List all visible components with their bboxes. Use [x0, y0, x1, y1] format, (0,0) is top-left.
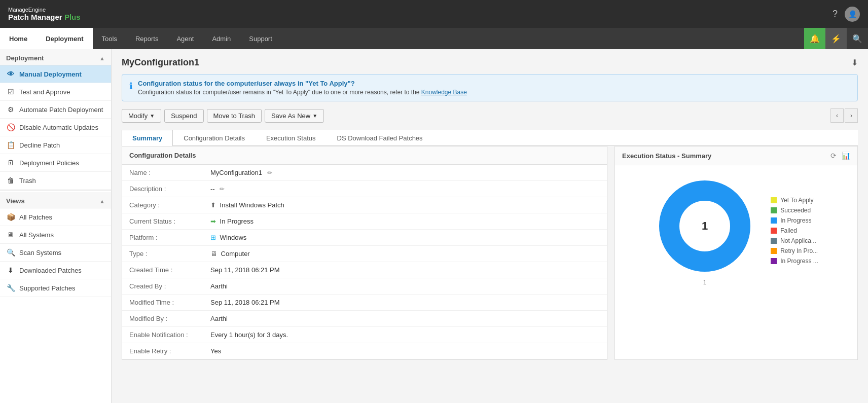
sidebar-item-trash[interactable]: 🗑 Trash	[0, 172, 111, 190]
page-header: MyConfiguration1 ⬇	[122, 57, 858, 68]
config-label-notification: Enable Notification :	[122, 327, 203, 343]
execution-panel-title: Execution Status - Summary	[622, 152, 711, 160]
sidebar-item-automate-patch[interactable]: ⚙ Automate Patch Deployment	[0, 101, 111, 119]
sidebar-item-manual-deployment[interactable]: 👁 Manual Deployment	[0, 65, 111, 83]
chevron-up-icon-views: ▲	[99, 198, 105, 204]
sidebar-label-automate-patch: Automate Patch Deployment	[19, 106, 103, 114]
sidebar-item-test-approve[interactable]: ☑ Test and Approve	[0, 83, 111, 101]
prev-button[interactable]: ‹	[830, 108, 844, 123]
help-icon[interactable]: ?	[833, 9, 838, 19]
next-button[interactable]: ›	[845, 108, 858, 123]
config-row-modified-time: Modified Time : Sep 11, 2018 06:21 PM	[122, 295, 607, 311]
sidebar-label-test-approve: Test and Approve	[19, 88, 70, 96]
config-row-created-time: Created Time : Sep 11, 2018 06:21 PM	[122, 262, 607, 278]
config-label-category: Category :	[122, 197, 203, 213]
trash-icon: 🗑	[6, 176, 15, 185]
legend-color-yet-to-apply	[771, 197, 777, 203]
deployment-section-header[interactable]: Deployment ▲	[0, 49, 111, 65]
legend-yet-to-apply: Yet To Apply	[771, 197, 818, 204]
download-page-icon[interactable]: ⬇	[851, 58, 858, 67]
status-arrow-icon: ➡	[210, 217, 216, 225]
sidebar-item-decline-patch[interactable]: 📋 Decline Patch	[0, 136, 111, 154]
install-icon: ⬆	[210, 201, 216, 209]
sidebar-label-supported-patches: Supported Patches	[19, 284, 76, 292]
all-patches-icon: 📦	[6, 213, 15, 221]
config-value-category: ⬆ Install Windows Patch	[203, 197, 607, 213]
execution-panel: Execution Status - Summary ⟳ 📊	[614, 146, 858, 360]
legend-label-yet-to-apply: Yet To Apply	[780, 197, 813, 204]
nav-admin[interactable]: Admin	[203, 28, 240, 49]
config-value-modified-time: Sep 11, 2018 06:21 PM	[203, 295, 607, 311]
legend-color-retry-in-progress	[771, 248, 777, 254]
config-table: Name : MyConfiguration1 ✏ Description : …	[122, 165, 607, 359]
legend-retry-in-progress: Retry In Pro...	[771, 247, 818, 254]
config-row-modified-by: Modified By : Aarthi	[122, 311, 607, 327]
tab-execution-status[interactable]: Execution Status	[256, 130, 327, 146]
move-to-trash-button[interactable]: Move to Trash	[207, 109, 262, 123]
refresh-icon[interactable]: ⟳	[830, 152, 837, 160]
chart-icon[interactable]: 📊	[842, 152, 850, 160]
config-value-description: -- ✏	[203, 181, 607, 197]
modify-caret: ▼	[150, 113, 155, 119]
edit-name-icon[interactable]: ✏	[267, 169, 272, 176]
sidebar-item-supported-patches[interactable]: 🔧 Supported Patches	[0, 279, 111, 297]
config-row-type: Type : 🖥 Computer	[122, 246, 607, 262]
legend-label-in-progress-2: In Progress ...	[780, 258, 818, 265]
donut-wrapper: 1 1	[654, 175, 755, 286]
legend-label-retry-in-progress: Retry In Pro...	[780, 247, 818, 254]
avatar[interactable]: 👤	[845, 7, 860, 22]
content-area: MyConfiguration1 ⬇ ℹ Configuration statu…	[112, 49, 868, 403]
config-label-platform: Platform :	[122, 230, 203, 246]
suspend-button[interactable]: Suspend	[164, 109, 203, 123]
decline-icon: 📋	[6, 141, 15, 149]
nav-home[interactable]: Home	[0, 28, 37, 49]
config-value-status: ➡ In Progress	[203, 213, 607, 230]
info-title: Configuration status for the computer/us…	[138, 80, 467, 87]
nav-agent[interactable]: Agent	[167, 28, 203, 49]
views-section-header[interactable]: Views ▲	[0, 192, 111, 208]
config-label-created-by: Created By :	[122, 278, 203, 295]
tab-configuration-details[interactable]: Configuration Details	[173, 130, 256, 146]
nav-tools[interactable]: Tools	[93, 28, 126, 49]
windows-icon: ⊞	[210, 234, 216, 241]
tab-summary[interactable]: Summary	[122, 130, 173, 146]
donut-chart: 1	[654, 175, 755, 277]
config-value-type: 🖥 Computer	[203, 246, 607, 262]
config-row-created-by: Created By : Aarthi	[122, 278, 607, 295]
nav-deployment[interactable]: Deployment	[37, 28, 92, 49]
sidebar-divider	[0, 191, 111, 191]
legend-label-succeeded: Succeeded	[780, 207, 811, 214]
nav-support[interactable]: Support	[240, 28, 281, 49]
search-nav-icon[interactable]: 🔍	[847, 28, 868, 49]
tab-ds-download[interactable]: DS Download Failed Patches	[327, 130, 433, 146]
bolt-icon[interactable]: ⚡	[825, 28, 847, 49]
knowledge-base-link[interactable]: Knowledge Base	[421, 89, 467, 96]
info-content: Configuration status for the computer/us…	[138, 80, 467, 96]
save-as-new-button[interactable]: Save As New ▼	[265, 109, 324, 123]
modify-button[interactable]: Modify ▼	[122, 109, 161, 123]
sidebar-label-manual-deployment: Manual Deployment	[19, 70, 82, 78]
sidebar-item-downloaded-patches[interactable]: ⬇ Downloaded Patches	[0, 262, 111, 279]
info-banner: ℹ Configuration status for the computer/…	[122, 74, 858, 101]
legend-color-succeeded	[771, 207, 777, 213]
save-as-new-caret: ▼	[312, 113, 317, 119]
config-row-retry: Enable Retry : Yes	[122, 343, 607, 359]
config-value-notification: Every 1 hour(s) for 3 days.	[203, 327, 607, 343]
all-systems-icon: 🖥	[6, 231, 15, 239]
legend-label-in-progress: In Progress	[780, 217, 811, 224]
notifications-icon[interactable]: 🔔	[804, 28, 825, 49]
edit-description-icon[interactable]: ✏	[220, 186, 225, 193]
sidebar-item-deployment-policies[interactable]: 🗓 Deployment Policies	[0, 154, 111, 172]
sidebar-label-disable-auto-updates: Disable Automatic Updates	[19, 124, 98, 131]
top-icons: ? 👤	[833, 7, 860, 22]
sidebar-item-all-patches[interactable]: 📦 All Patches	[0, 208, 111, 226]
config-label-name: Name :	[122, 165, 203, 181]
nav-reports[interactable]: Reports	[126, 28, 168, 49]
nav-arrows: ‹ ›	[830, 108, 858, 123]
sidebar-item-disable-auto-updates[interactable]: 🚫 Disable Automatic Updates	[0, 119, 111, 136]
info-body: Configuration status for computer/user r…	[138, 89, 467, 96]
sidebar-item-all-systems[interactable]: 🖥 All Systems	[0, 226, 111, 244]
sidebar-item-scan-systems[interactable]: 🔍 Scan Systems	[0, 244, 111, 262]
config-label-type: Type :	[122, 246, 203, 262]
config-details-panel: Configuration Details Name : MyConfigura…	[122, 146, 607, 360]
